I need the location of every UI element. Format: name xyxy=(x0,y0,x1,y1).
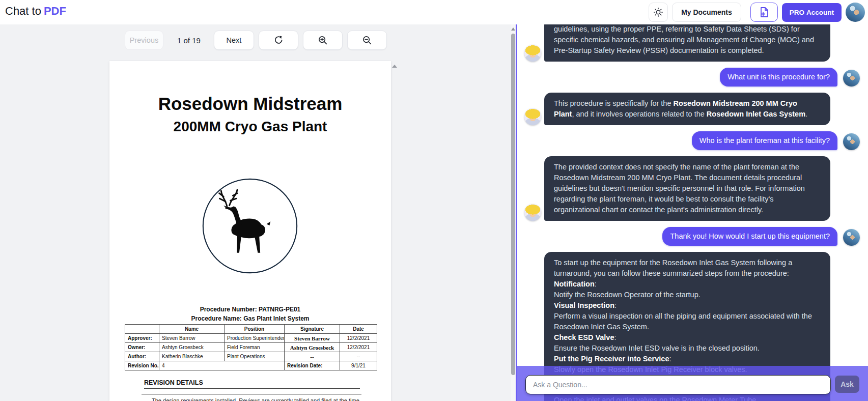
refresh-icon xyxy=(273,35,284,46)
cell-position: Field Foreman xyxy=(225,343,285,352)
chat-message-user: Who is the plant foreman at this facilit… xyxy=(524,131,860,150)
my-documents-button[interactable]: My Documents xyxy=(672,3,741,22)
col-date: Date xyxy=(340,325,377,334)
ask-button[interactable]: Ask xyxy=(835,376,859,393)
message-line: Plant, and it involves operations relate… xyxy=(554,109,821,120)
col-name: Name xyxy=(159,325,225,334)
message-line: specific chemical hazards, and ensuring … xyxy=(554,35,821,45)
approval-table: Name Position Signature Date Approver: S… xyxy=(125,324,377,370)
document-title: Rosedown Midstream xyxy=(109,94,391,114)
message-line: Rosedown Midstream 200 MM Cryo Plant. Th… xyxy=(554,173,821,183)
app-header: Chat toPDF My Documents PRO Account xyxy=(0,0,868,24)
table-header-row: Name Position Signature Date xyxy=(125,325,377,334)
account-label: Account xyxy=(806,9,834,16)
col-position: Position xyxy=(225,325,285,334)
cell-signature: Ashtyn Groesbeck xyxy=(285,343,340,352)
chat-message-assistant: This procedure is specifically for the R… xyxy=(524,93,860,125)
logo-text: Chat to xyxy=(5,5,41,17)
pdf-page: Rosedown Midstream 200MM Cryo Gas Plant xyxy=(109,61,391,401)
message-line: Thank you! How would I start up this equ… xyxy=(670,231,830,242)
chat-message-user: Thank you! How would I start up this equ… xyxy=(524,227,860,246)
assistant-avatar xyxy=(524,204,541,221)
table-row: Approver: Steven Barrow Production Super… xyxy=(125,334,377,343)
chat-message-assistant: guidelines, using the proper PPE, referr… xyxy=(524,24,860,62)
message-line: Ensure the Rosedown Inlet ESD valve is i… xyxy=(554,343,821,354)
logo-accent-text: PDF xyxy=(44,5,66,17)
procedure-number: Procedure Number: PATNRG-PE01 xyxy=(109,306,391,313)
revision-date-label: Revision Date: xyxy=(285,361,340,370)
revision-row: Revision No.: 4 Revision Date: 9/1/21 xyxy=(125,361,377,370)
cell-name: Ashtyn Groesbeck xyxy=(159,343,225,352)
message-line: turnaround, you can follow these summari… xyxy=(554,268,821,279)
zoom-in-icon xyxy=(317,35,328,46)
zoom-in-button[interactable] xyxy=(303,31,343,50)
deer-logo xyxy=(201,177,299,275)
message-line: Check ESD Valve: xyxy=(554,332,821,343)
assistant-message-bubble: guidelines, using the proper PPE, referr… xyxy=(544,24,830,62)
ask-question-input[interactable] xyxy=(525,375,831,394)
message-line: guidelines but doesn't mention specific … xyxy=(554,183,821,194)
cell-name: Katherin Blaschke xyxy=(159,352,225,361)
procedure-name: Procedure Name: Gas Plant Inlet System xyxy=(109,315,391,322)
revision-no-value: 4 xyxy=(159,361,285,370)
row-label: Author: xyxy=(125,352,159,361)
col-signature: Signature xyxy=(285,325,340,334)
page-scroll-up-arrow[interactable] xyxy=(392,65,397,68)
theme-toggle-button[interactable] xyxy=(649,3,668,22)
message-line: To start up the equipment for the Rosedo… xyxy=(554,257,821,268)
message-line: This procedure is specifically for the R… xyxy=(554,98,821,109)
cell-position: Plant Operations xyxy=(225,352,285,361)
footer-rule xyxy=(142,394,361,395)
chat-messages: guidelines, using the proper PPE, referr… xyxy=(517,24,868,401)
message-line: Notification: xyxy=(554,279,821,290)
assistant-message-bubble: The provided context does not specify th… xyxy=(544,156,830,221)
revision-details-heading: REVISION DETAILS xyxy=(144,379,360,389)
user-avatar[interactable] xyxy=(846,3,865,22)
next-page-button[interactable]: Next xyxy=(214,31,254,50)
cell-name: Steven Barrow xyxy=(159,334,225,343)
message-line: regarding the plant foreman, it would be… xyxy=(554,194,821,205)
table-row: Author: Katherin Blaschke Plant Operatio… xyxy=(125,352,377,361)
table-row: Owner: Ashtyn Groesbeck Field Foreman As… xyxy=(125,343,377,352)
user-chat-avatar xyxy=(843,133,860,150)
app-logo: Chat toPDF xyxy=(5,5,66,18)
assistant-message-bubble: This procedure is specifically for the R… xyxy=(544,93,830,125)
user-message-bubble: Thank you! How would I start up this equ… xyxy=(662,227,837,246)
revision-no-label: Revision No.: xyxy=(125,361,159,370)
add-document-button[interactable] xyxy=(750,3,778,22)
user-message-bubble: What unit is this procedure for? xyxy=(720,68,837,87)
message-line: organizational chart or contact the plan… xyxy=(554,205,821,215)
message-line: guidelines, using the proper PPE, referr… xyxy=(554,24,821,35)
user-message-bubble: Who is the plant foreman at this facilit… xyxy=(692,131,837,150)
previous-label: Previous xyxy=(130,36,158,44)
pro-account-button[interactable]: PRO Account xyxy=(782,3,842,22)
row-label: Approver: xyxy=(125,334,159,343)
pdf-scrollbar xyxy=(511,24,516,401)
message-line: The provided context does not specify th… xyxy=(554,162,821,173)
pdf-toolbar: Previous 1 of 19 Next xyxy=(125,31,387,50)
message-line: Visual Inspection: xyxy=(554,300,821,311)
chat-message-assistant: The provided context does not specify th… xyxy=(524,156,860,221)
message-line: What unit is this procedure for? xyxy=(727,72,830,82)
cell-date: -- xyxy=(340,352,377,361)
zoom-out-button[interactable] xyxy=(347,31,387,50)
my-documents-label: My Documents xyxy=(681,8,732,16)
rotate-refresh-button[interactable] xyxy=(259,31,298,50)
user-chat-avatar xyxy=(843,70,860,87)
assistant-avatar xyxy=(524,108,541,125)
cell-position: Production Superintendent xyxy=(225,334,285,343)
revision-date-value: 9/1/21 xyxy=(340,361,377,370)
previous-page-button[interactable]: Previous xyxy=(125,31,163,50)
message-line: Perform a visual inspection on all the p… xyxy=(554,311,821,322)
pdf-viewer-pane: Previous 1 of 19 Next Rosedown Midstream… xyxy=(0,24,516,401)
document-subtitle: 200MM Cryo Gas Plant xyxy=(109,119,391,135)
cell-date: 12/2/2021 xyxy=(340,343,377,352)
col-blank xyxy=(125,325,159,334)
file-plus-icon xyxy=(758,6,770,18)
message-line: Rosedown Inlet Gas System. xyxy=(554,322,821,332)
message-line: Put the Pig Receiver into Service: xyxy=(554,354,821,364)
next-label: Next xyxy=(226,36,241,44)
scrollbar-thumb[interactable] xyxy=(511,34,515,375)
scrollbar-up-arrow[interactable] xyxy=(511,27,515,31)
user-chat-avatar xyxy=(843,229,860,246)
